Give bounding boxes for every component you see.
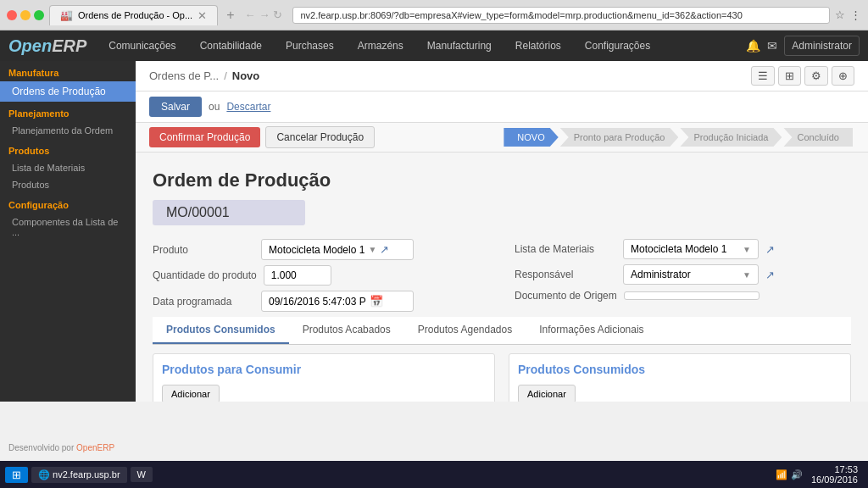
breadcrumb: Ordens de P... / Novo ☰ ⊞ ⚙ ⊕: [136, 61, 868, 92]
form-title: Ordem de Produção: [153, 169, 851, 191]
new-tab-button[interactable]: +: [226, 8, 234, 23]
tab-informacoes-adicionais[interactable]: Informações Adicionais: [526, 317, 657, 344]
content-area: Ordens de P... / Novo ☰ ⊞ ⚙ ⊕ Salvar ou …: [136, 61, 868, 402]
responsavel-select[interactable]: Administrator ▼: [623, 264, 759, 285]
quantidade-label: Quantidade do produto: [153, 269, 257, 281]
sidebar-item-lista-materiais[interactable]: Lista de Materiais: [0, 159, 136, 176]
taskbar-word-item[interactable]: W: [131, 467, 153, 482]
responsavel-external-icon[interactable]: ↗: [765, 269, 775, 281]
panel-consumir: Produtos para Consumir Adicionar Produto…: [153, 353, 495, 402]
calendar-icon[interactable]: 📅: [370, 295, 383, 308]
product-tabs: Produtos Consumidos Produtos Acabados Pr…: [153, 317, 851, 345]
sidebar-item-planejamento[interactable]: Planejamento da Ordem: [0, 122, 136, 139]
sidebar-item-componentes[interactable]: Componentes da Lista de ...: [0, 214, 136, 241]
maximize-button[interactable]: [34, 10, 44, 20]
reload-button[interactable]: ↻: [273, 8, 282, 21]
taskbar-browser-item[interactable]: 🌐 nv2.fearp.usp.br: [31, 467, 127, 483]
data-value: 09/16/2016 5:47:03 P: [269, 296, 366, 308]
action-bar: Salvar ou Descartar: [136, 92, 868, 123]
lista-materiais-select[interactable]: Motocicleta Modelo 1 ▼: [623, 239, 759, 259]
data-input[interactable]: 09/16/2016 5:47:03 P 📅: [261, 291, 414, 312]
sidebar-section-planejamento[interactable]: Planejamento: [0, 102, 136, 122]
window-controls: [7, 10, 44, 20]
panel-consumir-title: Produtos para Consumir: [162, 363, 486, 376]
consumir-add-button[interactable]: Adicionar: [162, 385, 220, 402]
responsavel-field-row: Responsável Administrator ▼ ↗: [515, 264, 851, 285]
lista-materiais-value: Motocicleta Modelo 1: [631, 243, 726, 255]
browser-tab[interactable]: 🏭 Ordens de Produção - Op... ✕: [49, 5, 218, 25]
lista-materiais-arrow-icon: ▼: [743, 245, 751, 254]
nav-right: 🔔 ✉ Administrator: [746, 36, 860, 56]
produto-field-row: Produto Motocicleta Modelo 1 ▼ ↗: [153, 239, 489, 260]
main-area: Manufatura Ordens de Produção Planejamen…: [0, 61, 868, 402]
taskbar: ⊞ 🌐 nv2.fearp.usp.br W 📶 🔊 17:53 16/09/2…: [0, 461, 868, 488]
taskbar-time-value: 17:53: [811, 464, 858, 474]
documento-origem-label: Documento de Origem: [515, 290, 617, 302]
step-novo[interactable]: NOVO: [504, 128, 558, 147]
nav-purchases[interactable]: Purchases: [275, 35, 344, 57]
nav-manufacturing[interactable]: Manufacturing: [417, 35, 502, 57]
documento-origem-input[interactable]: [624, 291, 760, 300]
start-button[interactable]: ⊞: [5, 467, 28, 483]
url-bar[interactable]: nv2.fearp.usp.br:8069/?db=empresaX#view_…: [292, 7, 830, 24]
lista-materiais-field-row: Lista de Materiais Motocicleta Modelo 1 …: [515, 239, 851, 259]
data-field-row: Data programada 09/16/2016 5:47:03 P 📅: [153, 291, 489, 312]
list-view-icon[interactable]: ☰: [751, 66, 775, 86]
panel-consumidos: Produtos Consumidos Adicionar Produto Qu…: [509, 353, 851, 402]
taskbar-volume-icon: 🔊: [791, 469, 803, 480]
gear-settings-icon[interactable]: ⚙: [804, 66, 828, 86]
taskbar-icons: 📶 🔊: [776, 469, 803, 480]
save-button[interactable]: Salvar: [149, 97, 202, 117]
breadcrumb-current: Novo: [232, 69, 260, 82]
step-iniciada[interactable]: Produção Iniciada: [680, 128, 782, 147]
nav-configuracoes[interactable]: Configurações: [575, 35, 660, 57]
form-right: Lista de Materiais Motocicleta Modelo 1 …: [515, 239, 851, 317]
taskbar-date-value: 16/09/2016: [811, 474, 858, 485]
user-menu[interactable]: Administrator: [784, 36, 860, 56]
quantidade-input[interactable]: 1.000: [264, 265, 331, 286]
sidebar-section-configuracao[interactable]: Configuração: [0, 193, 136, 214]
produto-input[interactable]: Motocicleta Modelo 1 ▼ ↗: [261, 239, 414, 260]
produto-external-icon[interactable]: ↗: [380, 243, 389, 256]
grid-view-icon[interactable]: ⊞: [778, 66, 801, 86]
external-link-icon[interactable]: ⊕: [832, 66, 854, 86]
sidebar-item-produtos[interactable]: Produtos: [0, 176, 136, 193]
or-text: ou: [209, 101, 220, 113]
nav-armazens[interactable]: Armazéns: [348, 35, 414, 57]
breadcrumb-separator: /: [224, 69, 227, 82]
nav-comunicacoes[interactable]: Comunicações: [98, 35, 186, 57]
form-reference[interactable]: MO/00001: [153, 200, 305, 225]
alert-icon[interactable]: 🔔: [746, 39, 760, 53]
quantidade-field-row: Quantidade do produto 1.000: [153, 265, 489, 286]
tab-produtos-agendados[interactable]: Produtos Agendados: [404, 317, 526, 344]
nav-contabilidade[interactable]: Contabilidade: [190, 35, 272, 57]
confirm-production-button[interactable]: Confirmar Produção: [149, 127, 260, 147]
app-nav: OpenERP Comunicações Contabilidade Purch…: [0, 30, 868, 61]
close-button[interactable]: [7, 10, 17, 20]
minimize-button[interactable]: [20, 10, 31, 20]
sidebar-section-manufatura[interactable]: Manufatura: [0, 61, 136, 81]
discard-button[interactable]: Descartar: [226, 101, 270, 113]
sidebar: Manufatura Ordens de Produção Planejamen…: [0, 61, 136, 402]
form-left: Produto Motocicleta Modelo 1 ▼ ↗ Quantid…: [153, 239, 489, 317]
lista-materiais-external-icon[interactable]: ↗: [765, 243, 775, 256]
consumidos-add-button[interactable]: Adicionar: [518, 385, 576, 402]
step-concluido[interactable]: Concluído: [783, 128, 853, 147]
breadcrumb-parent[interactable]: Ordens de P...: [149, 69, 219, 82]
settings-icon[interactable]: ⋮: [850, 8, 861, 21]
back-button[interactable]: ←: [244, 8, 255, 21]
step-pronto[interactable]: Pronto para Produção: [560, 128, 679, 147]
tab-produtos-consumidos[interactable]: Produtos Consumidos: [153, 317, 289, 344]
mail-icon[interactable]: ✉: [767, 39, 777, 53]
tab-produtos-acabados[interactable]: Produtos Acabados: [289, 317, 404, 344]
sidebar-item-ordens[interactable]: Ordens de Produção: [0, 81, 136, 102]
cancel-production-button[interactable]: Cancelar Produção: [265, 126, 375, 148]
view-icons: ☰ ⊞ ⚙ ⊕: [751, 66, 854, 86]
browser-icons: ☆ ⋮: [835, 8, 861, 21]
sidebar-section-produtos[interactable]: Produtos: [0, 139, 136, 159]
form-content: Ordem de Produção MO/00001 Produto Motoc…: [136, 152, 868, 402]
nav-relatorios[interactable]: Relatórios: [505, 35, 571, 57]
bookmark-icon[interactable]: ☆: [835, 8, 845, 21]
forward-button[interactable]: →: [259, 8, 270, 21]
products-section: Produtos para Consumir Adicionar Produto…: [153, 353, 851, 402]
